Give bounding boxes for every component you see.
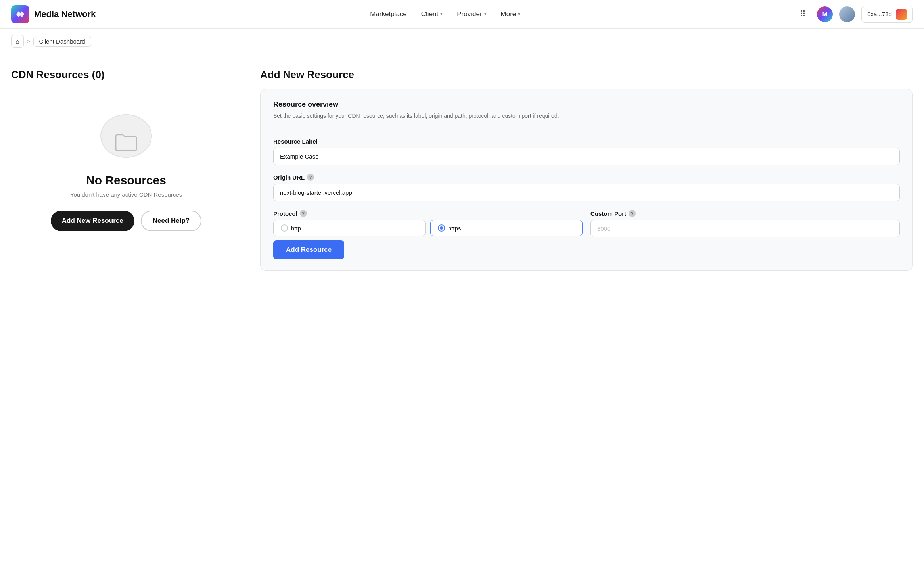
custom-port-input[interactable] xyxy=(590,220,900,237)
breadcrumb: ⌂ > Client Dashboard xyxy=(0,29,924,54)
nav-marketplace[interactable]: Marketplace xyxy=(370,10,407,18)
loading-dots-icon: ⠿ xyxy=(799,9,806,19)
origin-url-help-icon[interactable]: ? xyxy=(307,174,314,181)
protocol-label: Protocol ? xyxy=(273,210,583,217)
navbar: Media Network Marketplace Client ▾ Provi… xyxy=(0,0,924,29)
http-label: http xyxy=(291,225,301,232)
form-card-title: Resource overview xyxy=(273,100,900,109)
avatar-circle[interactable] xyxy=(839,6,855,22)
origin-url-label: Origin URL ? xyxy=(273,174,900,181)
settings-button[interactable]: ⠿ xyxy=(795,6,811,22)
https-label: https xyxy=(448,225,461,232)
avatar-m[interactable]: M xyxy=(817,6,833,22)
empty-state: No Resources You don't have any active C… xyxy=(11,90,241,255)
nav-links: Marketplace Client ▾ Provider ▾ More ▾ xyxy=(370,10,520,18)
home-icon: ⌂ xyxy=(15,38,19,45)
resource-label-group: Resource Label xyxy=(273,138,900,165)
protocol-group: Protocol ? http https xyxy=(273,210,583,236)
protocol-http-option[interactable]: http xyxy=(273,220,426,236)
empty-actions: Add New Resource Need Help? xyxy=(51,211,201,231)
right-panel: Add New Resource Resource overview Set t… xyxy=(260,69,913,271)
http-radio-dot xyxy=(281,224,288,232)
empty-icon-wrap xyxy=(98,114,154,166)
no-resources-heading: No Resources xyxy=(86,174,166,187)
resource-label-label: Resource Label xyxy=(273,138,900,145)
form-card-desc: Set the basic settings for your CDN reso… xyxy=(273,112,900,128)
breadcrumb-separator: > xyxy=(27,38,30,44)
wallet-color-icon xyxy=(896,9,907,20)
custom-port-label: Custom Port ? xyxy=(590,210,900,217)
breadcrumb-home-button[interactable]: ⌂ xyxy=(11,35,24,48)
origin-url-group: Origin URL ? xyxy=(273,174,900,201)
nav-client[interactable]: Client ▾ xyxy=(421,10,443,18)
wallet-address: 0xa...73d xyxy=(867,11,892,17)
protocol-row: Protocol ? http https xyxy=(273,210,900,237)
folder-icon xyxy=(115,132,137,156)
breadcrumb-client-dashboard[interactable]: Client Dashboard xyxy=(33,36,91,47)
need-help-button[interactable]: Need Help? xyxy=(141,211,202,231)
protocol-https-option[interactable]: https xyxy=(430,220,583,236)
more-chevron-icon: ▾ xyxy=(518,12,520,17)
brand: Media Network xyxy=(11,5,96,23)
app-title: Media Network xyxy=(34,9,96,19)
origin-url-input[interactable] xyxy=(273,184,900,201)
wallet-button[interactable]: 0xa...73d xyxy=(861,6,913,23)
custom-port-group: Custom Port ? xyxy=(590,210,900,237)
cdn-resources-title: CDN Resources (0) xyxy=(11,69,241,81)
form-card: Resource overview Set the basic settings… xyxy=(260,89,913,271)
client-chevron-icon: ▾ xyxy=(440,12,443,17)
protocol-help-icon[interactable]: ? xyxy=(300,210,307,217)
provider-chevron-icon: ▾ xyxy=(484,12,487,17)
nav-more[interactable]: More ▾ xyxy=(501,10,521,18)
add-resource-title: Add New Resource xyxy=(260,69,913,81)
add-new-resource-button[interactable]: Add New Resource xyxy=(51,211,134,231)
custom-port-help-icon[interactable]: ? xyxy=(629,210,636,217)
left-panel: CDN Resources (0) No Resources You don't… xyxy=(11,69,241,255)
no-resources-subtext: You don't have any active CDN Resources xyxy=(70,191,182,198)
nav-right: ⠿ M 0xa...73d xyxy=(795,6,913,23)
https-radio-dot xyxy=(438,224,445,232)
add-resource-button[interactable]: Add Resource xyxy=(273,240,344,259)
main-content: CDN Resources (0) No Resources You don't… xyxy=(0,54,924,285)
nav-provider[interactable]: Provider ▾ xyxy=(457,10,486,18)
logo xyxy=(11,5,29,23)
protocol-options: http https xyxy=(273,220,583,236)
resource-label-input[interactable] xyxy=(273,148,900,165)
